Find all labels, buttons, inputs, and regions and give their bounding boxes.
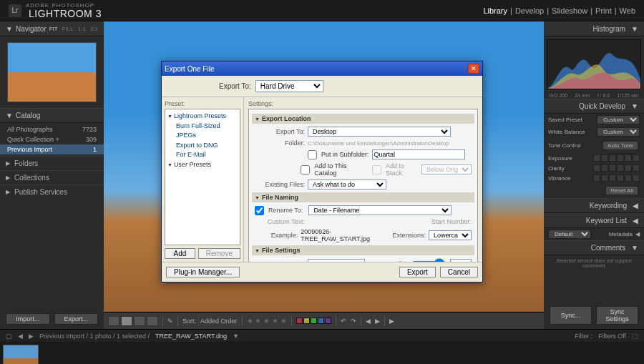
existing-files-select[interactable]: Ask what to do bbox=[308, 179, 386, 190]
filmstrip-filename[interactable]: TREE_RAW_START.dng bbox=[155, 333, 227, 340]
quick-develop-header[interactable]: Quick Develop▼ bbox=[544, 99, 644, 114]
publish-header[interactable]: ▶Publish Services bbox=[0, 185, 104, 199]
metadata-preset-select[interactable]: Default bbox=[548, 230, 591, 239]
white-balance-select[interactable]: Custom bbox=[597, 127, 640, 137]
keyword-list-header[interactable]: Keyword List◀ bbox=[544, 213, 644, 228]
location-export-to-select[interactable]: Desktop bbox=[308, 127, 451, 137]
put-in-subfolder-check[interactable] bbox=[308, 150, 317, 159]
sort-value[interactable]: Added Order bbox=[200, 318, 238, 325]
label-red[interactable] bbox=[296, 318, 303, 324]
clarity-stepper[interactable] bbox=[593, 164, 640, 172]
exposure-stepper[interactable] bbox=[593, 154, 640, 162]
module-develop[interactable]: Develop bbox=[515, 6, 544, 15]
label-yellow[interactable] bbox=[303, 318, 310, 324]
preset-group-lightroom[interactable]: Lightroom Presets bbox=[167, 112, 238, 122]
filmstrip-thumb[interactable] bbox=[3, 345, 39, 365]
plugin-manager-button[interactable]: Plug-in Manager... bbox=[166, 267, 240, 277]
sync-settings-button[interactable]: Sync Settings bbox=[596, 306, 638, 325]
module-library[interactable]: Library bbox=[483, 6, 507, 15]
filter-label: Filter : bbox=[575, 333, 592, 340]
grid-toolbar: ✎ Sort: Added Order ★ ★ ★ ★ ★ ↶ ↷ ◀ ▶ ▶ bbox=[104, 312, 544, 329]
label-blue[interactable] bbox=[318, 318, 324, 324]
module-web[interactable]: Web bbox=[620, 6, 635, 15]
rotate-cw-icon[interactable]: ↷ bbox=[351, 318, 356, 325]
filmstrip-nav-back-icon[interactable]: ◀ bbox=[18, 333, 23, 340]
filter-value[interactable]: Filters Off bbox=[598, 333, 626, 340]
module-picker: Library| Develop| Slideshow| Print| Web bbox=[483, 6, 635, 15]
catalog-previous-import[interactable]: Previous Import1 bbox=[0, 144, 104, 154]
reset-all-button[interactable]: Reset All bbox=[605, 186, 638, 195]
loupe-view-btn[interactable] bbox=[121, 316, 132, 326]
quality-input[interactable] bbox=[450, 259, 472, 262]
section-export-location[interactable]: Export Location bbox=[252, 114, 474, 124]
vibrance-stepper[interactable] bbox=[593, 174, 640, 182]
catalog-quick-collection[interactable]: Quick Collection +309 bbox=[0, 134, 104, 144]
preset-add-button[interactable]: Add bbox=[165, 248, 195, 259]
label-green[interactable] bbox=[311, 318, 317, 324]
preset-tree[interactable]: Lightroom Presets Burn Full-Sized JPEGs … bbox=[165, 109, 240, 245]
nav-next-icon[interactable]: ▶ bbox=[375, 318, 380, 325]
preset-for-email[interactable]: For E-Mail bbox=[167, 150, 238, 160]
catalog-header[interactable]: ▼Catalog bbox=[0, 108, 104, 123]
quality-slider[interactable] bbox=[411, 258, 447, 262]
format-select[interactable]: JPEG bbox=[308, 259, 365, 262]
nav-fill[interactable]: FILL bbox=[62, 26, 74, 32]
preset-group-user[interactable]: User Presets bbox=[167, 160, 238, 170]
collections-header[interactable]: ▶Collections bbox=[0, 170, 104, 185]
module-print[interactable]: Print bbox=[595, 6, 612, 15]
rename-to-check[interactable] bbox=[255, 206, 264, 215]
filter-lock-icon[interactable]: ⬚ bbox=[632, 333, 638, 340]
folders-header[interactable]: ▶Folders bbox=[0, 156, 104, 170]
settings-header: Settings: bbox=[248, 100, 478, 107]
rotate-ccw-icon[interactable]: ↶ bbox=[341, 318, 346, 325]
survey-view-btn[interactable] bbox=[147, 316, 158, 326]
nav-prev-icon[interactable]: ◀ bbox=[366, 318, 371, 325]
import-button[interactable]: Import... bbox=[6, 313, 50, 325]
filmstrip[interactable] bbox=[0, 342, 644, 364]
section-file-naming[interactable]: File Naming bbox=[252, 192, 474, 202]
filmstrip-nav-fwd-icon[interactable]: ▶ bbox=[29, 333, 34, 340]
export-to-label: Export To: bbox=[219, 82, 251, 90]
compare-view-btn[interactable] bbox=[134, 316, 145, 326]
sync-button[interactable]: Sync... bbox=[550, 306, 592, 325]
app-logo: Lr bbox=[9, 4, 21, 17]
close-icon[interactable]: ✕ bbox=[468, 64, 479, 74]
histogram-chart[interactable] bbox=[547, 39, 641, 89]
saved-preset-select[interactable]: Custom bbox=[597, 115, 640, 124]
keywording-header[interactable]: Keywording◀ bbox=[544, 198, 644, 213]
settings-area[interactable]: Export Location Export To:Desktop Folder… bbox=[248, 109, 478, 262]
view-mode-switcher[interactable] bbox=[108, 316, 158, 326]
nav-3to1[interactable]: 3:1 bbox=[90, 26, 98, 32]
color-labels[interactable] bbox=[296, 318, 331, 324]
slideshow-play-icon[interactable]: ▶ bbox=[389, 318, 394, 325]
nav-fit[interactable]: FIT bbox=[49, 26, 58, 32]
preset-burn-jpeg[interactable]: Burn Full-Sized JPEGs bbox=[167, 122, 238, 141]
nav-1to1[interactable]: 1:1 bbox=[78, 26, 86, 32]
rating-stars[interactable]: ★ ★ ★ ★ ★ bbox=[247, 317, 287, 325]
label-purple[interactable] bbox=[325, 318, 331, 324]
dialog-titlebar[interactable]: Export One File ✕ bbox=[162, 62, 482, 76]
histogram-info: ISO 20024 mmf / 8.01/125 sec bbox=[544, 92, 644, 99]
grid-view-btn[interactable] bbox=[108, 316, 119, 326]
export-destination-select[interactable]: Hard Drive bbox=[255, 80, 323, 92]
auto-tone-button[interactable]: Auto Tone bbox=[602, 141, 638, 150]
add-to-catalog-check[interactable] bbox=[301, 165, 310, 174]
catalog-all-photos[interactable]: All Photographs7723 bbox=[0, 124, 104, 134]
section-file-settings[interactable]: File Settings bbox=[252, 245, 474, 255]
export-button[interactable]: Export... bbox=[54, 313, 99, 325]
histogram-header[interactable]: Histogram▼ bbox=[544, 21, 644, 36]
extensions-select[interactable]: Lowercase bbox=[429, 230, 472, 240]
comments-header[interactable]: Comments▼ bbox=[544, 240, 644, 255]
cancel-button[interactable]: Cancel bbox=[440, 267, 478, 277]
add-to-stack-check bbox=[372, 165, 381, 174]
filename-example: 20090926-TREE_RAW_START.jpg bbox=[301, 228, 386, 242]
second-window-icon[interactable]: ▢ bbox=[6, 333, 12, 340]
navigator-header[interactable]: ▼Navigator FIT FILL 1:1 3:1 bbox=[0, 21, 104, 36]
navigator-thumbnail[interactable] bbox=[7, 42, 97, 102]
module-slideshow[interactable]: Slideshow bbox=[552, 6, 587, 15]
subfolder-input[interactable] bbox=[372, 149, 465, 159]
painter-icon[interactable]: ✎ bbox=[167, 318, 173, 325]
preset-export-dng[interactable]: Export to DNG bbox=[167, 141, 238, 151]
rename-template-select[interactable]: Date - Filename bbox=[308, 205, 452, 215]
export-confirm-button[interactable]: Export bbox=[399, 267, 436, 277]
